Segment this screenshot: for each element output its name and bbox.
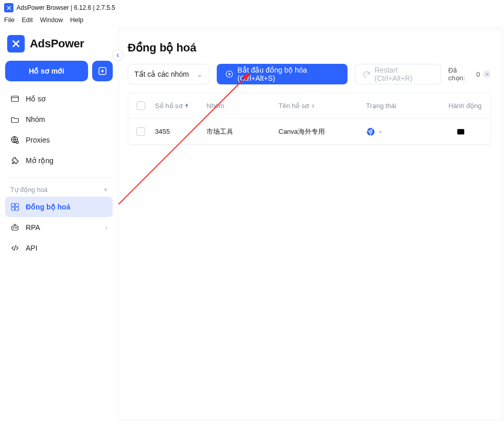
svg-point-10 xyxy=(16,227,17,229)
svg-point-9 xyxy=(13,227,14,229)
close-icon: ✕ xyxy=(485,72,489,77)
brand-logo-icon xyxy=(7,35,25,52)
sidebar-item-extensions[interactable]: Mở rộng xyxy=(5,150,113,171)
restart-icon xyxy=(362,70,371,79)
globe-icon xyxy=(10,135,20,145)
menu-help[interactable]: Help xyxy=(70,16,83,24)
chrome-icon xyxy=(366,127,375,136)
chevron-down-icon: ⌄ xyxy=(197,70,203,78)
window-title: AdsPower Browser | 6.12.6 | 2.7.5.5 xyxy=(16,4,115,11)
svg-rect-5 xyxy=(15,203,19,206)
robot-icon xyxy=(10,223,20,232)
sidebar-item-label: Proxies xyxy=(26,136,50,144)
selected-number: 0 xyxy=(476,71,480,78)
sidebar-item-groups[interactable]: Nhóm xyxy=(5,109,113,130)
sidebar-item-label: API xyxy=(26,244,38,252)
chevron-down-icon: ▾ xyxy=(104,186,108,194)
svg-point-18 xyxy=(479,129,480,131)
col-action: Hành động xyxy=(448,102,481,110)
chevron-right-icon: › xyxy=(105,223,108,232)
sidebar-item-label: Đồng bộ hoá xyxy=(26,203,70,211)
col-profile-name[interactable]: Tên hồ sơ xyxy=(279,102,309,110)
table-header: Số hồ sơ ▲▼ Nhóm Tên hồ sơ ▲▼ Trạng thái… xyxy=(128,93,490,119)
svg-rect-8 xyxy=(12,226,18,230)
row-status: - xyxy=(379,128,381,135)
col-status: Trạng thái xyxy=(366,102,396,110)
page-title: Đồng bộ hoá xyxy=(128,41,491,55)
svg-rect-15 xyxy=(457,129,464,134)
sort-icon[interactable]: ▲▼ xyxy=(185,103,189,109)
new-profile-add-button[interactable] xyxy=(92,61,113,81)
svg-rect-1 xyxy=(11,96,19,102)
row-profile-name: Canva海外专用 xyxy=(279,127,325,136)
sidebar-item-label: RPA xyxy=(26,223,40,232)
sidebar-item-label: Hồ sơ xyxy=(26,95,46,103)
new-profile-button[interactable]: Hồ sơ mới xyxy=(5,61,88,81)
window-icon xyxy=(10,94,20,103)
api-icon xyxy=(10,243,20,253)
sidebar-item-label: Mở rộng xyxy=(26,156,54,165)
puzzle-icon xyxy=(10,156,20,165)
sidebar-item-proxies[interactable]: Proxies xyxy=(5,130,113,150)
menu-file[interactable]: File xyxy=(4,16,14,24)
menu-edit[interactable]: Edit xyxy=(22,16,33,24)
sort-icon[interactable]: ▲▼ xyxy=(311,103,315,109)
selected-label: Đã chọn: xyxy=(448,66,473,82)
collapse-sidebar-button[interactable]: ‹ xyxy=(112,49,124,61)
open-window-icon[interactable] xyxy=(456,127,465,136)
sidebar: AdsPower Hồ sơ mới Hồ sơ Nhóm Proxies xyxy=(0,27,118,421)
play-circle-icon xyxy=(225,69,234,79)
row-profile-no: 3455 xyxy=(155,128,170,135)
svg-rect-4 xyxy=(11,203,14,206)
sidebar-item-profiles[interactable]: Hồ sơ xyxy=(5,89,113,109)
svg-rect-7 xyxy=(15,207,19,210)
start-sync-button[interactable]: Bắt đầu đồng bộ hóa (Ctrl+Alt+S) xyxy=(217,64,347,84)
automation-section-label: Tự động hoá xyxy=(10,186,47,194)
chevron-left-icon: ‹ xyxy=(116,50,119,60)
title-bar: AdsPower Browser | 6.12.6 | 2.7.5.5 xyxy=(0,0,504,15)
select-all-checkbox[interactable] xyxy=(136,101,145,110)
svg-rect-6 xyxy=(11,207,14,210)
svg-point-17 xyxy=(477,132,478,133)
restart-label: Restart (Ctrl+Alt+R) xyxy=(374,66,433,82)
col-profile-no[interactable]: Số hồ sơ xyxy=(155,102,183,110)
menu-window[interactable]: Window xyxy=(40,16,63,24)
sync-layout-icon xyxy=(10,202,20,212)
page: ‹ Đồng bộ hoá Tất cả các nhóm ⌄ Bắt đầu … xyxy=(118,31,500,419)
selected-count: Đã chọn: 0 ✕ xyxy=(448,66,491,82)
start-sync-label: Bắt đầu đồng bộ hóa (Ctrl+Alt+S) xyxy=(237,66,339,82)
sidebar-item-synchronizer[interactable]: Đồng bộ hoá xyxy=(5,197,113,217)
sidebar-item-label: Nhóm xyxy=(26,115,45,124)
automation-section-header[interactable]: Tự động hoá ▾ xyxy=(5,177,113,197)
brand-name: AdsPower xyxy=(30,37,84,50)
sidebar-item-api[interactable]: API xyxy=(5,238,113,258)
group-select[interactable]: Tất cả các nhóm ⌄ xyxy=(128,64,210,84)
app-logo-icon xyxy=(4,3,13,12)
col-group[interactable]: Nhóm xyxy=(206,102,224,110)
svg-point-14 xyxy=(370,131,371,132)
new-profile-label: Hồ sơ mới xyxy=(29,67,64,75)
row-group: 市场工具 xyxy=(206,128,233,135)
folder-icon xyxy=(10,115,20,124)
svg-point-16 xyxy=(474,130,476,131)
brand: AdsPower xyxy=(5,32,113,61)
sidebar-item-rpa[interactable]: RPA › xyxy=(5,217,113,238)
toolbar: Tất cả các nhóm ⌄ Bắt đầu đồng bộ hóa (C… xyxy=(128,64,491,84)
restart-button[interactable]: Restart (Ctrl+Alt+R) xyxy=(355,64,441,84)
group-select-value: Tất cả các nhóm xyxy=(134,70,189,78)
row-checkbox[interactable] xyxy=(136,127,145,136)
content-area: ‹ Đồng bộ hoá Tất cả các nhóm ⌄ Bắt đầu … xyxy=(118,27,504,421)
table-row: 3455 市场工具 Canva海外专用 - xyxy=(128,119,490,145)
profiles-table: Số hồ sơ ▲▼ Nhóm Tên hồ sơ ▲▼ Trạng thái… xyxy=(128,93,491,145)
plus-square-icon xyxy=(98,66,107,76)
settings-sliders-icon[interactable] xyxy=(473,127,482,136)
clear-selection-button[interactable]: ✕ xyxy=(483,70,491,78)
menu-bar: File Edit Window Help xyxy=(0,15,504,27)
